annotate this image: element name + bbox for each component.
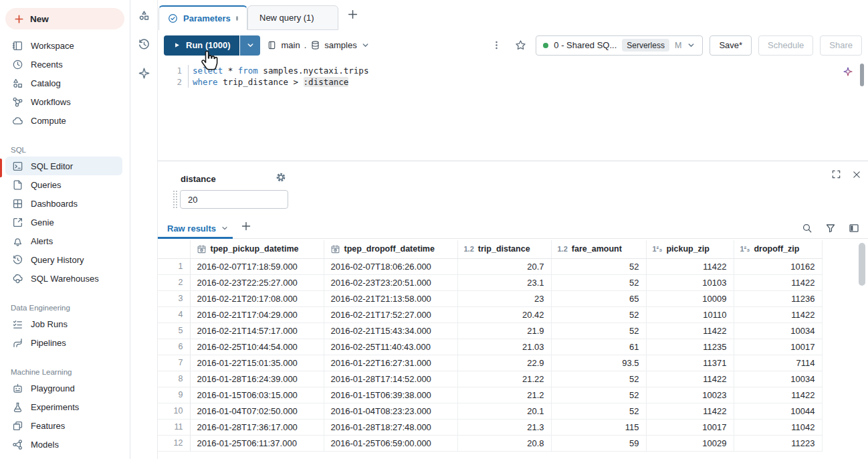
chevron-down-icon — [687, 41, 695, 50]
column-name: tpep_pickup_datetime — [211, 244, 299, 254]
column-header-dropoff-zip[interactable]: 1²₃dropoff_zip — [734, 240, 822, 258]
table-row[interactable]: 42016-02-21T17:04:29.0002016-02-21T17:52… — [158, 306, 822, 323]
tab-parameters[interactable]: Parameters — [158, 5, 247, 30]
table-row[interactable]: 32016-02-21T20:17:08.0002016-02-21T21:13… — [158, 290, 822, 306]
sidebar-item-label: Playground — [31, 383, 75, 393]
table-cell: 2016-02-21T20:17:08.000 — [190, 290, 324, 306]
run-options-button[interactable] — [240, 35, 260, 56]
kebab-menu-icon — [492, 40, 502, 50]
column-header-tpep-dropoff-datetime[interactable]: tpep_dropoff_datetime — [324, 240, 457, 258]
sidebar-item-sql-warehouses[interactable]: SQL Warehouses — [5, 269, 122, 288]
sql-code-editor[interactable]: 1select * from samples.nyctaxi.trips2whe… — [158, 60, 868, 161]
schedule-button[interactable]: Schedule — [758, 35, 813, 56]
save-button[interactable]: Save* — [710, 35, 752, 56]
table-cell: 52 — [551, 403, 646, 419]
sidebar-item-catalog[interactable]: Catalog — [5, 74, 122, 92]
sidebar-item-label: Pipelines — [31, 338, 66, 348]
columns-panel-icon[interactable] — [849, 223, 859, 234]
sidebar-item-label: Models — [31, 440, 59, 450]
sidebar-item-sql-editor[interactable]: SQL Editor — [5, 157, 122, 175]
sidebar-item-playground[interactable]: Playground — [5, 379, 122, 397]
sidebar-item-recents[interactable]: Recents — [5, 55, 122, 74]
tab-raw-results[interactable]: Raw results — [167, 218, 229, 238]
sidebar-item-pipelines[interactable]: Pipelines — [5, 333, 122, 352]
sidebar-item-workflows[interactable]: Workflows — [5, 92, 122, 111]
table-cell: 21.3 — [457, 419, 551, 435]
run-button[interactable]: Run (1000) — [164, 35, 239, 56]
new-button[interactable]: New — [5, 8, 124, 29]
sidebar-item-compute[interactable]: Compute — [5, 111, 122, 130]
table-row[interactable]: 92016-01-15T06:03:15.0002016-01-15T06:39… — [158, 387, 822, 403]
table-row[interactable]: 72016-01-22T15:01:35.0002016-01-22T16:27… — [158, 355, 822, 371]
row-number: 12 — [158, 435, 190, 451]
sidebar-item-genie[interactable]: Genie — [5, 213, 122, 232]
table-cell: 61 — [551, 339, 646, 355]
models-icon — [11, 439, 23, 450]
row-number: 1 — [158, 258, 190, 274]
sidebar-item-models[interactable]: Models — [5, 435, 122, 454]
rail-assistant-button[interactable] — [135, 64, 152, 82]
table-row[interactable]: 52016-02-21T14:57:17.0002016-02-21T15:43… — [158, 323, 822, 339]
column-header-fare-amount[interactable]: 1.2fare_amount — [551, 240, 646, 258]
row-number: 5 — [158, 323, 190, 339]
column-header-pickup-zip[interactable]: 1²₃pickup_zip — [646, 240, 734, 258]
table-row[interactable]: 12016-02-07T17:18:59.0002016-02-07T18:06… — [158, 258, 822, 274]
star-icon — [515, 39, 526, 51]
parameter-settings-gear-icon[interactable] — [276, 172, 286, 185]
sidebar-item-alerts[interactable]: Alerts — [5, 232, 122, 250]
sidebar-item-experiments[interactable]: Experiments — [5, 397, 122, 416]
more-options-button[interactable] — [487, 37, 505, 54]
rail-schema-browser-button[interactable] — [135, 7, 152, 24]
expand-icon[interactable] — [831, 169, 841, 179]
table-row[interactable]: 62016-02-25T10:44:54.0002016-02-25T11:40… — [158, 339, 822, 355]
query-tabstrip: Parameters New query (1) — [158, 0, 868, 30]
filter-icon[interactable] — [825, 223, 836, 234]
sidebar-item-job-runs[interactable]: Job Runs — [5, 314, 122, 333]
sidebar-item-features[interactable]: Features — [5, 416, 122, 435]
chevron-down-icon — [361, 41, 370, 50]
sidebar-item-dashboards[interactable]: Dashboards — [5, 194, 122, 213]
search-icon[interactable] — [802, 223, 812, 234]
table-row[interactable]: 82016-01-28T16:24:39.0002016-01-28T17:14… — [158, 371, 822, 387]
table-cell: 2016-02-07T17:18:59.000 — [190, 258, 324, 274]
table-cell: 2016-02-23T23:20:51.000 — [324, 274, 457, 290]
table-cell: 2016-02-21T17:52:27.000 — [324, 306, 457, 323]
sidebar-item-query-history[interactable]: Query History — [5, 250, 122, 269]
table-row[interactable]: 112016-01-28T17:36:17.0002016-01-28T18:2… — [158, 419, 822, 435]
table-row[interactable]: 102016-01-04T07:02:50.0002016-01-04T08:2… — [158, 403, 822, 419]
results-tabbar: Raw results — [158, 218, 868, 239]
line-number: 1 — [158, 65, 188, 76]
sidebar-section-data-engineering: Data Engineering — [0, 304, 130, 312]
table-cell: 20.7 — [457, 258, 551, 274]
table-row[interactable]: 122016-01-25T06:11:37.0002016-01-25T06:5… — [158, 435, 822, 451]
parameter-drag-handle[interactable] — [173, 190, 177, 209]
assistant-icon — [138, 67, 150, 80]
new-tab-button[interactable] — [347, 9, 358, 22]
add-visualization-button[interactable] — [241, 221, 251, 234]
results-scrollbar[interactable] — [859, 243, 865, 455]
close-icon[interactable] — [852, 169, 861, 179]
row-number: 10 — [158, 403, 190, 419]
column-header-tpep-pickup-datetime[interactable]: tpep_pickup_datetime — [190, 240, 324, 258]
table-cell: 20.8 — [457, 435, 551, 451]
tab-new-query[interactable]: New query (1) — [247, 5, 338, 30]
scrollbar-thumb[interactable] — [859, 243, 865, 286]
column-header-trip-distance[interactable]: 1.2trip_distance — [457, 240, 551, 258]
share-button[interactable]: Share — [820, 35, 862, 56]
table-row[interactable]: 22016-02-23T22:25:27.0002016-02-23T23:20… — [158, 274, 822, 290]
sidebar-item-workspace[interactable]: Workspace — [5, 36, 122, 55]
editor-scrollbar[interactable] — [860, 64, 864, 86]
sidebar-item-label: SQL Editor — [31, 161, 73, 171]
catalog-icon — [11, 78, 23, 89]
assistant-sparkle-icon[interactable] — [843, 66, 853, 79]
parameter-value-input[interactable] — [180, 190, 288, 209]
compute-icon — [11, 115, 23, 126]
queries-icon — [11, 179, 23, 191]
sidebar-item-label: Compute — [31, 116, 66, 126]
catalog-schema-selector[interactable]: main . samples — [267, 40, 369, 50]
table-cell: 11422 — [646, 323, 734, 339]
warehouse-selector[interactable]: 0 - Shared SQ... Serverless M — [536, 35, 703, 56]
favorite-button[interactable] — [512, 37, 529, 54]
sidebar-item-queries[interactable]: Queries — [5, 175, 122, 194]
rail-history-button[interactable] — [135, 35, 152, 53]
